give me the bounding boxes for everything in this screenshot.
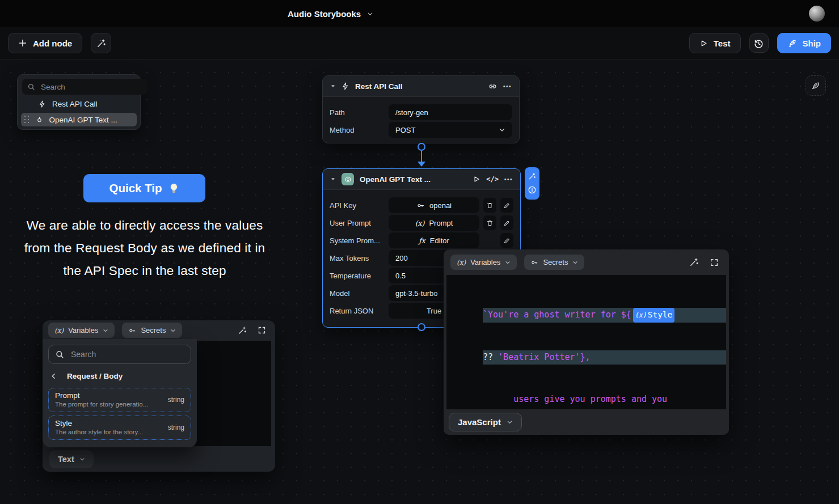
palette-search-input[interactable]	[40, 82, 142, 92]
delete-api-key-button[interactable]	[483, 198, 496, 213]
temperature-value: 0.5	[395, 272, 406, 280]
delete-user-prompt-button[interactable]	[483, 215, 496, 230]
secrets-dropdown[interactable]: Secrets	[524, 255, 584, 270]
variables-popup: Request / Body Prompt The prompt for sto…	[43, 339, 197, 447]
chevron-down-icon	[507, 419, 513, 425]
pencil-icon	[503, 237, 511, 244]
lightbulb-icon	[168, 183, 180, 194]
history-button[interactable]	[749, 33, 769, 53]
openai-node-output-port[interactable]	[418, 323, 425, 331]
code-view-icon[interactable]: </>	[486, 175, 499, 183]
chevron-down-icon	[170, 328, 176, 333]
code-editor-area[interactable]: `You're a ghost writer for ${(x)Style ??…	[446, 275, 726, 409]
variable-description: The author style for the story...	[55, 429, 163, 435]
chevron-left-icon[interactable]	[50, 372, 57, 380]
openai-logo-icon	[341, 173, 354, 185]
variables-search[interactable]	[48, 345, 191, 364]
edit-user-prompt-button[interactable]	[500, 215, 513, 230]
user-prompt-chip[interactable]: (x) Prompt	[389, 215, 479, 231]
node-menu-icon[interactable]: •••	[503, 83, 512, 90]
return-json-value: True	[427, 307, 441, 315]
chevron-down-icon	[505, 260, 511, 265]
chevron-down-icon	[572, 260, 578, 265]
palette-item-rest-api[interactable]: Rest API Call	[22, 97, 136, 111]
code-editor-footer: JavaScript	[444, 409, 729, 435]
collapse-node-icon[interactable]	[330, 176, 336, 182]
palette-search[interactable]	[22, 79, 147, 95]
quick-tip-label: Quick Tip	[109, 181, 162, 195]
variable-item-style[interactable]: Style The author style for the story... …	[48, 416, 191, 440]
add-node-button[interactable]: Add node	[8, 33, 82, 53]
collapse-node-icon[interactable]	[330, 83, 336, 89]
run-node-icon[interactable]	[473, 175, 480, 183]
info-icon[interactable]	[528, 185, 537, 194]
fullscreen-icon[interactable]	[710, 258, 719, 267]
secrets-dropdown[interactable]: Secrets	[122, 323, 182, 338]
search-icon	[55, 350, 64, 359]
connection-edge	[421, 151, 422, 163]
system-prompt-chip[interactable]: ƒx Editor	[389, 232, 479, 248]
rest-node-output-port[interactable]	[418, 143, 425, 151]
api-key-chip[interactable]: openai	[389, 197, 479, 213]
feather-quill-button[interactable]	[806, 75, 826, 96]
text-mode-dropdown[interactable]: Text	[49, 450, 94, 468]
breadcrumb: Request / Body	[67, 372, 123, 380]
variable-type: string	[163, 396, 184, 404]
magic-wand-icon[interactable]	[528, 172, 536, 180]
style-variable-chip[interactable]: (x)Style	[633, 308, 674, 323]
ai-wand-button[interactable]	[91, 33, 111, 53]
trash-icon	[486, 202, 494, 209]
trash-icon	[486, 219, 494, 227]
bolt-icon	[341, 82, 349, 90]
edit-api-key-button[interactable]	[500, 198, 513, 213]
path-label: Path	[330, 108, 389, 117]
workflow-title-dropdown[interactable]: Audio Storybooks	[288, 0, 373, 27]
variable-icon: (x)	[457, 259, 466, 266]
method-select[interactable]: POST	[389, 122, 512, 138]
palette-item-label: OpenAI GPT Text ...	[49, 116, 117, 124]
api-key-label: API Key	[330, 201, 389, 210]
magic-wand-icon[interactable]	[689, 257, 699, 267]
node-menu-icon[interactable]: •••	[504, 176, 513, 183]
prompt-editor-footer: Text	[43, 446, 275, 472]
test-button[interactable]: Test	[689, 33, 741, 53]
workflow-canvas[interactable]: Rest API Call OpenAI GPT Text ... Rest A…	[0, 60, 839, 504]
rest-node-body: Path /story-gen Method POST	[323, 97, 519, 145]
rest-api-call-node[interactable]: Rest API Call ••• Path /story-gen Method…	[322, 75, 520, 143]
rest-node-header: Rest API Call •••	[323, 76, 519, 97]
method-value: POST	[395, 126, 415, 134]
feather-icon	[811, 81, 821, 91]
palette-item-openai-gpt[interactable]: OpenAI GPT Text ...	[21, 113, 137, 126]
temperature-label: Temperature	[330, 272, 389, 280]
link-icon[interactable]	[488, 82, 498, 91]
ship-button[interactable]: Ship	[777, 33, 832, 53]
variables-label: Variables	[68, 326, 98, 334]
key-icon	[128, 327, 136, 334]
variables-dropdown[interactable]: (x) Variables	[450, 255, 517, 270]
secrets-label: Secrets	[543, 258, 568, 266]
openai-node-title: OpenAI GPT Text ...	[360, 175, 467, 184]
model-label: Model	[330, 289, 389, 298]
quick-tip-button[interactable]: Quick Tip	[83, 174, 205, 202]
add-node-label: Add node	[33, 39, 72, 48]
max-tokens-label: Max Tokens	[330, 254, 389, 262]
chevron-down-icon	[367, 11, 373, 17]
language-dropdown[interactable]: JavaScript	[449, 413, 522, 431]
variable-item-prompt[interactable]: Prompt The prompt for story generatio...…	[48, 388, 191, 412]
rocket-icon	[787, 39, 797, 48]
path-input[interactable]: /story-gen	[389, 104, 512, 120]
variables-dropdown[interactable]: (x) Variables	[48, 323, 115, 338]
drag-handle-icon[interactable]	[24, 116, 29, 124]
connection-arrowhead	[418, 162, 425, 167]
chevron-down-icon	[103, 328, 108, 333]
avatar[interactable]	[809, 6, 825, 22]
variables-search-input[interactable]	[70, 349, 184, 359]
magic-wand-icon[interactable]	[238, 326, 247, 335]
openai-node-header: OpenAI GPT Text ... </> •••	[323, 169, 520, 190]
edit-system-prompt-button[interactable]	[500, 233, 513, 248]
variables-breadcrumb-row[interactable]: Request / Body	[48, 367, 191, 384]
node-assist-pill[interactable]	[525, 167, 539, 200]
fullscreen-icon[interactable]	[258, 326, 266, 334]
app-header: Audio Storybooks	[0, 0, 839, 27]
node-palette: Rest API Call OpenAI GPT Text ...	[17, 74, 141, 130]
